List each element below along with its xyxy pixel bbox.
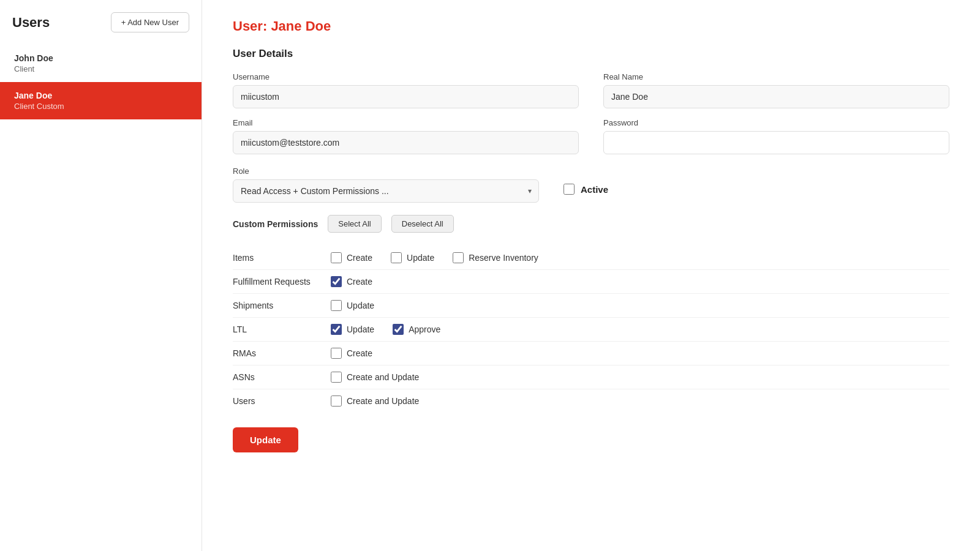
active-checkbox[interactable] [564,184,575,195]
email-group: Email [233,118,579,154]
perm-item-label: Create and Update [347,396,419,406]
perm-item: Create [331,276,372,287]
perm-category: RMAs [233,348,331,358]
role-group: Role Read Access + Custom Permissions ..… [233,167,539,203]
perm-category: Fulfillment Requests [233,277,331,287]
page-title-user: Jane Doe [271,18,331,34]
perm-item: Update [331,300,374,311]
sidebar: Users + Add New User John Doe Client Jan… [0,0,202,551]
password-group: Password [603,118,949,154]
permission-row: Fulfillment Requests Create [233,270,949,294]
section-title: User Details [233,48,949,60]
main-content: User: Jane Doe User Details Username Rea… [202,0,980,551]
perm-checkbox[interactable] [391,252,402,263]
perm-item: Create [331,348,372,359]
active-label: Active [581,184,608,195]
active-group: Active [564,167,608,195]
email-input[interactable] [233,131,579,154]
password-input[interactable] [603,131,949,154]
perm-item: Approve [393,324,440,335]
perm-category: ASNs [233,372,331,382]
perm-checkbox[interactable] [331,324,342,335]
realname-input[interactable] [603,85,949,108]
user-list: John Doe Client Jane Doe Client Custom [0,45,202,119]
sidebar-user-item[interactable]: Jane Doe Client Custom [0,82,202,119]
perm-category: LTL [233,324,331,334]
perm-checkbox[interactable] [331,252,342,263]
email-label: Email [233,118,579,127]
permission-row: Items Create Update Reserve Inventory [233,246,949,270]
perm-item-label: Reserve Inventory [469,253,538,263]
permissions-header: Custom Permissions Select All Deselect A… [233,215,949,233]
sidebar-title: Users [12,15,50,31]
perm-item: Reserve Inventory [453,252,538,263]
permissions-title: Custom Permissions [233,219,318,229]
perm-item-label: Create [347,277,372,287]
deselect-all-button[interactable]: Deselect All [391,215,454,233]
perm-item-label: Create and Update [347,372,419,382]
perm-category: Items [233,253,331,263]
realname-label: Real Name [603,72,949,81]
perm-item: Create and Update [331,395,419,407]
perm-item-label: Update [347,301,374,310]
password-label: Password [603,118,949,127]
perm-item: Update [331,324,374,335]
add-new-user-button[interactable]: + Add New User [111,12,189,32]
update-button[interactable]: Update [233,427,298,452]
perm-checkbox[interactable] [331,300,342,311]
permission-row: ASNs Create and Update [233,365,949,389]
perm-item: Create [331,252,372,263]
username-label: Username [233,72,579,81]
user-role: Client [14,64,189,73]
perm-item-label: Create [347,348,372,358]
role-row: Role Read Access + Custom Permissions ..… [233,167,949,203]
sidebar-user-item[interactable]: John Doe Client [0,45,202,82]
perm-checkbox[interactable] [331,276,342,287]
username-input[interactable] [233,85,579,108]
perm-category: Users [233,396,331,406]
role-select-wrapper: Read Access + Custom Permissions ... ▾ [233,179,539,203]
user-details-form: Username Real Name Email Password [233,72,949,154]
user-name: Jane Doe [14,91,189,100]
perm-item-label: Approve [409,324,440,334]
perm-checkbox[interactable] [331,348,342,359]
permission-row: Shipments Update [233,294,949,318]
page-title: User: Jane Doe [233,18,949,34]
perm-item: Create and Update [331,372,419,383]
sidebar-header: Users + Add New User [0,12,202,45]
realname-group: Real Name [603,72,949,108]
permission-row: LTL Update Approve [233,318,949,342]
permission-row: Users Create and Update [233,389,949,413]
permission-row: RMAs Create [233,342,949,365]
permissions-table: Items Create Update Reserve Inventory Fu… [233,246,949,413]
perm-item-label: Update [407,253,434,263]
perm-category: Shipments [233,301,331,310]
perm-checkbox[interactable] [331,395,342,407]
user-role: Client Custom [14,102,189,111]
perm-checkbox[interactable] [453,252,464,263]
username-group: Username [233,72,579,108]
perm-item-label: Update [347,324,374,334]
role-label: Role [233,167,539,176]
page-title-label: User: [233,18,267,34]
perm-checkbox[interactable] [331,372,342,383]
user-name: John Doe [14,53,189,63]
perm-item: Update [391,252,434,263]
select-all-button[interactable]: Select All [328,215,381,233]
perm-checkbox[interactable] [393,324,404,335]
perm-item-label: Create [347,253,372,263]
role-select[interactable]: Read Access + Custom Permissions ... [233,179,539,203]
